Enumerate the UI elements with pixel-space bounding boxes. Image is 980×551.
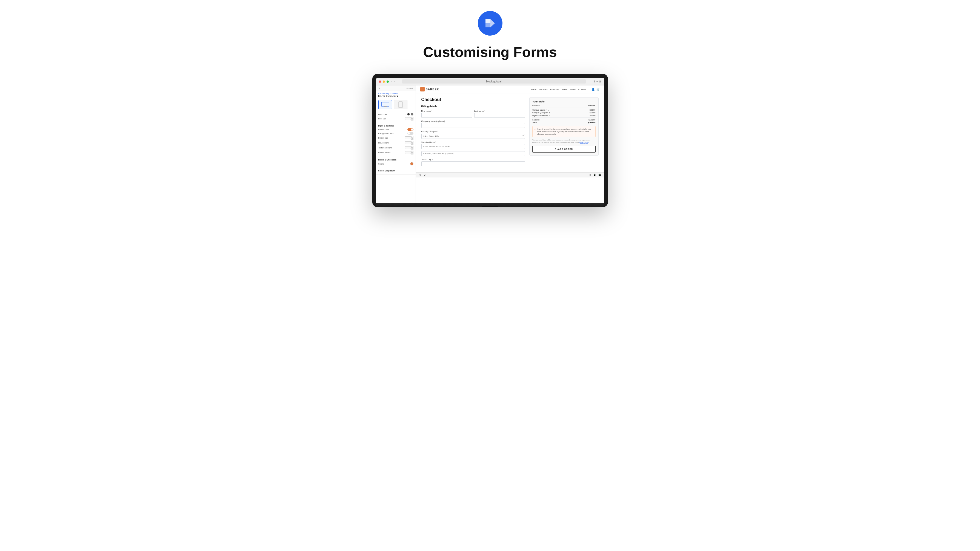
- nav-link-home[interactable]: Home: [530, 88, 536, 91]
- minimize-dot[interactable]: [383, 81, 385, 83]
- swatch-arrow: ›: [406, 113, 406, 115]
- last-name-input[interactable]: [474, 113, 525, 118]
- textarea-height-label: Textarea Height: [379, 147, 392, 149]
- street-group: Street address *: [422, 141, 525, 149]
- nav-link-contact[interactable]: Contact: [578, 88, 586, 91]
- last-name-group: Last name *: [474, 110, 525, 118]
- close-dot[interactable]: [379, 81, 381, 83]
- textarea-height-down[interactable]: ▼: [411, 148, 414, 149]
- font-size-input-group: ▲ ▼: [405, 117, 414, 121]
- border-radius-stepper[interactable]: ▲ ▼: [411, 151, 414, 154]
- first-name-input[interactable]: [422, 113, 472, 118]
- breadcrumb: Customizing > General Form Elements: [376, 91, 415, 98]
- section-title: Form Elements: [379, 95, 414, 98]
- street-input[interactable]: [422, 144, 525, 149]
- border-radius-up[interactable]: ▲: [411, 151, 414, 152]
- order-box: Your order Product Subtotal Congue Mauri…: [529, 97, 598, 156]
- font-size-stepper[interactable]: ▲ ▼: [411, 117, 414, 121]
- colors-swatch[interactable]: [410, 162, 414, 165]
- input-height-stepper[interactable]: ▲ ▼: [411, 141, 414, 144]
- browser-body: ✕ Publish Customizing > General Form Ele…: [376, 86, 604, 203]
- font-size-up[interactable]: ▲: [411, 117, 414, 119]
- textarea-height-stepper[interactable]: ▲ ▼: [411, 146, 414, 149]
- input-height-input-group: ▲ ▼: [405, 141, 414, 144]
- font-size-input[interactable]: [405, 117, 411, 120]
- customizer-panel: ✕ Publish Customizing > General Form Ele…: [376, 86, 416, 203]
- mobile-preview-thumb[interactable]: [394, 100, 407, 109]
- device-icons: 🖥 📱 📲: [589, 174, 601, 176]
- street-label: Street address *: [422, 141, 525, 143]
- border-color-toggle[interactable]: [407, 128, 414, 131]
- font-color-swatch-gray[interactable]: [411, 113, 414, 116]
- town-input[interactable]: [422, 161, 525, 166]
- laptop-screen: ‹ › blocksy.local ⬆ + ⊞ ✕ Publish Custom…: [376, 78, 604, 203]
- apt-input[interactable]: [422, 151, 525, 156]
- bottom-toolbar: ⚙ 🖌 🖥 📱 📲: [416, 172, 604, 178]
- font-color-group: Font Color › Font Size ▲: [376, 111, 415, 123]
- customizer-close-button[interactable]: ✕: [379, 87, 380, 89]
- order-item-row-1: Congue Mauris × 1 $25.00: [532, 109, 595, 111]
- input-textarea-group: Input & Textarea Border Color Background…: [376, 123, 415, 157]
- billing-section-title: Billing details: [422, 105, 525, 108]
- add-tab-icon[interactable]: +: [597, 80, 598, 83]
- border-radius-input[interactable]: [405, 151, 411, 154]
- country-group: Country / Region * United States (US) ▼: [422, 130, 525, 139]
- site-logo: BARBER: [420, 87, 439, 92]
- border-radius-down[interactable]: ▼: [411, 152, 414, 154]
- nav-link-services[interactable]: Services: [539, 88, 548, 91]
- font-color-swatches: ›: [406, 113, 413, 116]
- country-select-wrapper: United States (US) ▼: [422, 133, 525, 139]
- input-height-input[interactable]: [405, 141, 411, 144]
- maximize-dot[interactable]: [387, 81, 389, 83]
- border-size-label: Border Size: [379, 137, 388, 139]
- back-icon[interactable]: ‹: [391, 80, 392, 83]
- cart-icon[interactable]: 🛒: [597, 88, 600, 91]
- nav-link-about[interactable]: About: [562, 88, 567, 91]
- site-nav-links: Home Services Products About News Contac…: [530, 88, 586, 91]
- site-preview: BARBER Home Services Products About News…: [416, 86, 604, 203]
- app-logo: [478, 11, 503, 36]
- breadcrumb-back[interactable]: Customizing > General: [379, 92, 414, 94]
- font-color-swatch-dark[interactable]: [407, 113, 410, 116]
- nav-link-news[interactable]: News: [570, 88, 576, 91]
- privacy-link[interactable]: privacy policy: [579, 141, 589, 143]
- border-size-up[interactable]: ▲: [411, 136, 414, 138]
- settings-icon[interactable]: ⚙: [419, 174, 422, 176]
- forward-icon[interactable]: ›: [394, 80, 395, 83]
- url-bar[interactable]: blocksy.local: [402, 79, 586, 84]
- border-size-input[interactable]: [405, 137, 411, 139]
- paint-icon[interactable]: 🖌: [423, 174, 426, 176]
- font-size-down[interactable]: ▼: [411, 119, 414, 121]
- company-row: Company name (optional): [422, 120, 525, 128]
- order-item-row-2: Congue Quisque × 1 $15.00: [532, 112, 595, 114]
- textarea-height-up[interactable]: ▲: [411, 146, 414, 148]
- background-color-toggle[interactable]: [407, 132, 414, 135]
- tablet-icon[interactable]: 📱: [593, 174, 596, 176]
- last-name-label: Last name *: [474, 110, 525, 112]
- border-size-down[interactable]: ▼: [411, 138, 414, 140]
- company-input[interactable]: [422, 123, 525, 128]
- subtotal-value: $100.00: [589, 119, 595, 121]
- border-size-input-group: ▲ ▼: [405, 136, 414, 140]
- input-height-up[interactable]: ▲: [411, 141, 414, 143]
- place-order-button[interactable]: PLACE ORDER: [532, 146, 595, 152]
- payment-notice: ⚠ Sorry, it seems that there are no avai…: [532, 126, 595, 137]
- input-height-down[interactable]: ▼: [411, 143, 414, 144]
- textarea-height-input[interactable]: [405, 146, 411, 149]
- country-select[interactable]: United States (US): [422, 134, 525, 139]
- checkout-content: Checkout Billing details First name * La…: [416, 94, 604, 172]
- share-icon[interactable]: ⬆: [593, 80, 595, 83]
- mobile-icon[interactable]: 📲: [598, 174, 601, 176]
- svg-point-3: [400, 107, 401, 107]
- input-height-label: Input Height: [379, 142, 389, 144]
- account-icon[interactable]: 👤: [592, 88, 595, 91]
- notice-icon: ⚠: [534, 128, 536, 131]
- nav-link-products[interactable]: Products: [550, 88, 559, 91]
- desktop-icon[interactable]: 🖥: [589, 174, 592, 176]
- publish-button[interactable]: Publish: [407, 87, 414, 89]
- desktop-preview-thumb[interactable]: [379, 100, 392, 109]
- tabs-icon[interactable]: ⊞: [599, 80, 601, 83]
- border-size-stepper[interactable]: ▲ ▼: [411, 136, 414, 140]
- privacy-text: Your personal data will be used to proce…: [532, 139, 595, 143]
- preview-thumbnails: [376, 98, 415, 111]
